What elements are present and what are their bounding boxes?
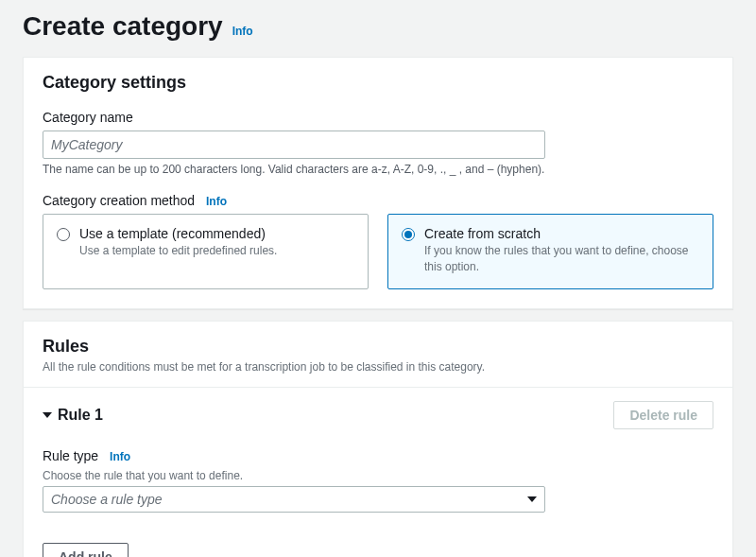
- radio-icon: [402, 228, 415, 241]
- delete-rule-button[interactable]: Delete rule: [613, 401, 713, 429]
- creation-method-info-link[interactable]: Info: [206, 195, 227, 208]
- rule-type-hint: Choose the rule that you want to define.: [43, 469, 713, 482]
- radio-template-title: Use a template (recommended): [79, 226, 277, 241]
- caret-down-icon: [43, 412, 52, 418]
- rule-type-label: Rule type: [43, 448, 98, 463]
- rule-1-title: Rule 1: [58, 407, 103, 424]
- chevron-down-icon: [527, 496, 537, 502]
- rules-title: Rules: [43, 337, 713, 357]
- radio-scratch-desc: If you know the rules that you want to d…: [424, 243, 699, 275]
- category-name-input[interactable]: [43, 131, 545, 159]
- rules-panel: Rules All the rule conditions must be me…: [23, 321, 733, 557]
- category-settings-title: Category settings: [43, 73, 713, 93]
- add-rule-button[interactable]: Add rule: [43, 543, 129, 557]
- radio-template-desc: Use a template to edit predefined rules.: [79, 243, 277, 259]
- radio-card-scratch[interactable]: Create from scratch If you know the rule…: [387, 214, 713, 289]
- rule-type-select[interactable]: Choose a rule type: [43, 486, 545, 513]
- rule-1-toggle[interactable]: Rule 1: [43, 407, 103, 424]
- radio-card-template[interactable]: Use a template (recommended) Use a templ…: [43, 214, 369, 289]
- page-title: Create category: [23, 11, 223, 42]
- radio-icon: [57, 228, 70, 241]
- rules-subtitle: All the rule conditions must be met for …: [43, 360, 713, 374]
- category-settings-panel: Category settings Category name The name…: [23, 57, 733, 309]
- page-info-link[interactable]: Info: [232, 25, 253, 38]
- category-name-label: Category name: [43, 110, 713, 125]
- category-name-helper: The name can be up to 200 characters lon…: [43, 163, 713, 176]
- rule-type-placeholder: Choose a rule type: [51, 492, 163, 507]
- radio-scratch-title: Create from scratch: [424, 226, 699, 241]
- rule-type-info-link[interactable]: Info: [110, 450, 130, 463]
- creation-method-label: Category creation method: [43, 193, 195, 208]
